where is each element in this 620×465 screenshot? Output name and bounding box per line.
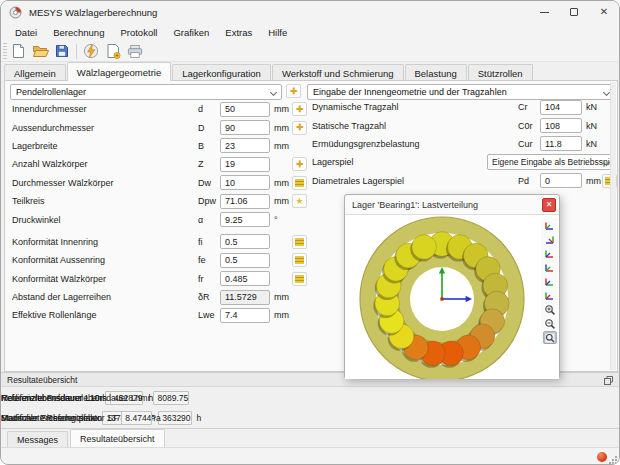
- menu-item[interactable]: Grafiken: [165, 25, 217, 40]
- field-input[interactable]: 90: [220, 120, 270, 135]
- form-row: Konformität Innenring fi 0.5: [7, 233, 307, 251]
- plus-icon[interactable]: [292, 102, 307, 116]
- form-row: Statische Tragzahl C0r 108 kN: [307, 116, 617, 134]
- zoom-out-icon[interactable]: [543, 317, 557, 330]
- field-input[interactable]: 104: [540, 100, 582, 115]
- field-input[interactable]: 0: [540, 173, 582, 188]
- field-input[interactable]: 11.5729: [220, 290, 270, 305]
- toolbar-separator: [76, 44, 77, 59]
- result-value: 8089.75: [153, 391, 189, 405]
- view-bottom-icon[interactable]: [543, 289, 557, 302]
- field-symbol: D: [198, 123, 218, 133]
- view-front-icon[interactable]: [543, 219, 557, 232]
- star-icon[interactable]: [292, 194, 307, 208]
- form-row: Effektive Rollenlänge Lwe 7.4 mm: [7, 306, 307, 324]
- load-distribution-window[interactable]: Lager 'Bearing1': Lastverteilung ✕: [344, 194, 560, 379]
- tab[interactable]: Wälzlagergeometrie: [67, 62, 171, 81]
- field-symbol: Z: [198, 159, 218, 169]
- field-label: Anzahl Wälzkörper: [7, 159, 196, 169]
- field-input[interactable]: 0.5: [220, 234, 270, 249]
- plus-icon[interactable]: [292, 157, 307, 171]
- load-distribution-window-titlebar[interactable]: Lager 'Bearing1': Lastverteilung ✕: [345, 195, 559, 215]
- load-distribution-canvas[interactable]: [345, 215, 559, 379]
- zoom-in-icon[interactable]: [543, 303, 557, 316]
- save-button[interactable]: [51, 42, 73, 61]
- form-row: Anzahl Wälzkörper Z 19: [7, 155, 307, 173]
- database-icon[interactable]: [292, 253, 307, 267]
- resize-grip[interactable]: [609, 456, 617, 464]
- field-input[interactable]: 9.25: [220, 212, 270, 227]
- menu-item[interactable]: Hilfe: [260, 25, 295, 40]
- report-icon: [106, 43, 121, 59]
- close-button[interactable]: ✕: [589, 1, 619, 23]
- field-label: Konformität Aussenring: [7, 255, 196, 265]
- view-back-icon[interactable]: [543, 233, 557, 246]
- open-file-button[interactable]: [29, 42, 51, 61]
- tab-strip: AllgemeinWälzlagergeometrieLagerkonfigur…: [4, 62, 618, 81]
- menu-item[interactable]: Datei: [7, 25, 45, 40]
- tab[interactable]: Belastung: [405, 64, 467, 81]
- field-symbol: fr: [198, 274, 218, 284]
- bottom-tab-strip: MessagesResultateübersicht: [1, 428, 619, 447]
- print-icon: [127, 44, 143, 59]
- calculate-button[interactable]: [80, 42, 102, 61]
- close-button[interactable]: ✕: [542, 198, 556, 212]
- view-right-icon[interactable]: [543, 261, 557, 274]
- title-bar[interactable]: MESYS Wälzlagerberechnung ✕: [1, 1, 619, 23]
- minimize-button[interactable]: [529, 1, 559, 23]
- field-label: Konformität Wälzkörper: [7, 274, 196, 284]
- bottom-tab[interactable]: Resultateübersicht: [70, 429, 165, 447]
- bottom-tab[interactable]: Messages: [7, 431, 68, 447]
- form-row: Ermüdungsgrenzbelastung Cur 11.8 kN: [307, 135, 617, 153]
- field-input[interactable]: 11.8: [540, 136, 582, 151]
- field-input[interactable]: 50: [220, 102, 270, 117]
- tab[interactable]: Lagerkonfiguration: [172, 64, 271, 81]
- undock-panel-icon[interactable]: [604, 376, 613, 384]
- zoom-fit-icon[interactable]: [543, 331, 557, 344]
- menu-item[interactable]: Protokoll: [112, 25, 165, 40]
- bearing-type-select[interactable]: Pendelrollenlager: [10, 84, 282, 100]
- add-bearing-from-database-button[interactable]: [286, 84, 301, 98]
- print-button[interactable]: [124, 42, 146, 61]
- load-distribution-window-title: Lager 'Bearing1': Lastverteilung: [352, 200, 478, 210]
- bearing-load-distribution-graphic: [345, 215, 543, 379]
- field-input[interactable]: 0.5: [220, 253, 270, 268]
- tab[interactable]: Allgemein: [4, 64, 66, 81]
- field-input[interactable]: 0.485: [220, 271, 270, 286]
- database-icon[interactable]: [292, 272, 307, 286]
- tab[interactable]: Werkstoff und Schmierung: [272, 64, 404, 81]
- save-icon: [55, 44, 69, 58]
- field-symbol: B: [198, 141, 218, 151]
- field-input[interactable]: 108: [540, 118, 582, 133]
- menu-item[interactable]: Berechnung: [45, 25, 112, 40]
- view-top-icon[interactable]: [543, 275, 557, 288]
- field-input[interactable]: 10: [220, 175, 270, 190]
- report-button[interactable]: [102, 42, 124, 61]
- database-icon[interactable]: [292, 176, 307, 190]
- vertical-scrollbar[interactable]: [610, 82, 616, 370]
- field-label: Innendurchmesser: [7, 104, 196, 114]
- field-unit: kN: [584, 139, 600, 149]
- status-indicator-icon: [597, 452, 607, 462]
- field-unit: kN: [584, 102, 600, 112]
- plus-icon[interactable]: [292, 121, 307, 135]
- menu-item[interactable]: Extras: [217, 25, 260, 40]
- form-row: Aussendurchmesser D 90 mm: [7, 118, 307, 136]
- form-row: Dynamische Tragzahl Cr 104 kN: [307, 98, 617, 116]
- field-input[interactable]: 7.4: [220, 308, 270, 323]
- field-input[interactable]: 71.06: [220, 194, 270, 209]
- field-unit: mm: [272, 104, 290, 114]
- database-icon[interactable]: [292, 235, 307, 249]
- bearing-type-value: Pendelrollenlager: [16, 87, 86, 97]
- new-file-button[interactable]: [7, 42, 29, 61]
- result-item: Statischer Sicherheitsfaktor SF 8.4744: [1, 408, 157, 428]
- new-file-icon: [11, 43, 25, 59]
- field-input[interactable]: 19: [220, 157, 270, 172]
- clearance-select[interactable]: Eigene Eingabe als Betriebsspiel: [487, 154, 615, 170]
- field-input[interactable]: 23: [220, 138, 270, 153]
- maximize-button[interactable]: [559, 1, 589, 23]
- form-row: Abstand der Lagerreihen δR 11.5729 mm: [7, 288, 307, 306]
- view-left-icon[interactable]: [543, 247, 557, 260]
- tab[interactable]: Stützrollen: [468, 64, 533, 81]
- field-symbol: δR: [198, 292, 218, 302]
